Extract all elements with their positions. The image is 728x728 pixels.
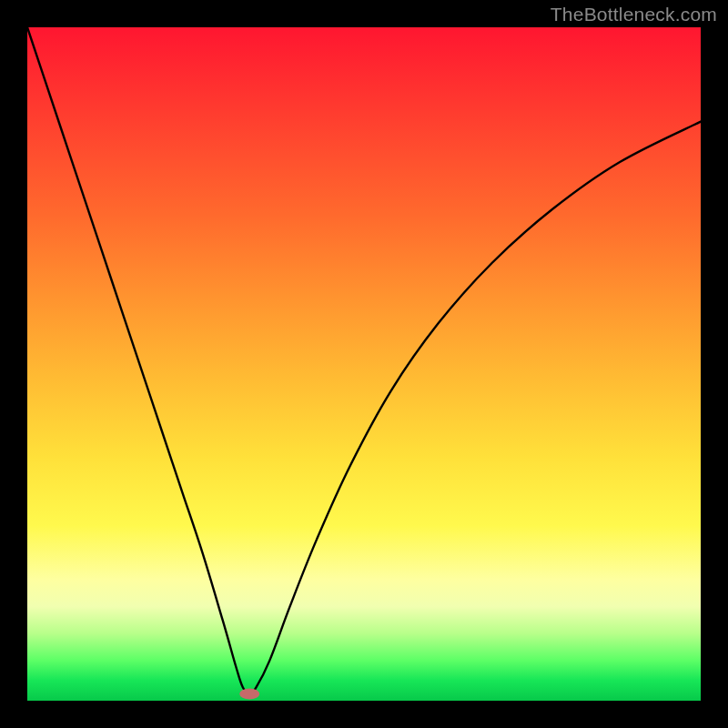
minimum-marker-icon [239, 689, 259, 700]
bottleneck-curve [27, 27, 701, 694]
watermark-text: TheBottleneck.com [551, 4, 717, 25]
chart-stage: TheBottleneck.com [0, 0, 728, 728]
plot-area [27, 27, 701, 701]
curve-layer [27, 27, 701, 701]
